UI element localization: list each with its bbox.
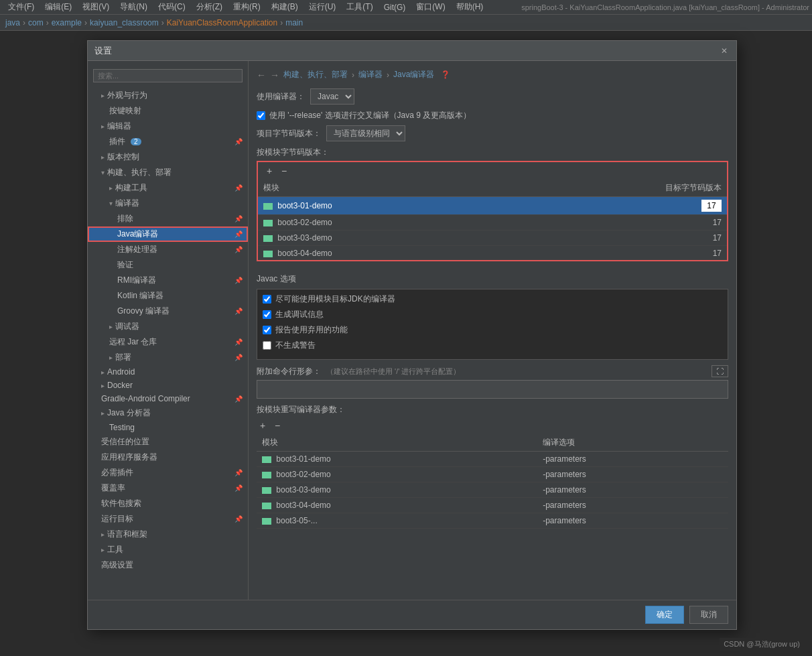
javac-checkbox-3[interactable] [263, 341, 271, 350]
forward-button[interactable]: → [270, 70, 279, 80]
javac-options-area: 尽可能使用模块目标JDK的编译器 生成调试信息 报告使用弃用的功能 不生成警告 [257, 289, 728, 360]
nav-item-groovy[interactable]: Groovy 编译器 📌 [88, 304, 248, 319]
menu-file[interactable]: 文件(F) [3, 0, 40, 14]
nav-item-validation[interactable]: 验证 [88, 257, 248, 273]
close-button[interactable]: ✕ [719, 46, 730, 56]
bc-example[interactable]: example [52, 18, 82, 27]
nav-item-docker[interactable]: Docker [88, 379, 248, 392]
rewrite-options-cell: -parameters [537, 467, 728, 482]
confirm-button[interactable]: 确定 [645, 606, 684, 624]
menu-navigate[interactable]: 导航(N) [115, 0, 153, 14]
bc-classroom[interactable]: kaiyuan_classroom [90, 18, 159, 27]
compiler-select[interactable]: Javac [310, 88, 354, 105]
pin-icon: 📌 [234, 395, 243, 403]
pin-icon: 📌 [234, 215, 243, 222]
table-row[interactable]: boot3-01-demo 17 [258, 197, 727, 215]
nav-item-vcs[interactable]: 版本控制 [88, 149, 248, 165]
arrow-icon [101, 369, 105, 376]
nav-item-rmi[interactable]: RMI编译器 📌 [88, 273, 248, 288]
nav-item-plugins[interactable]: 插件 2 📌 [88, 134, 248, 149]
nav-item-build[interactable]: 构建、执行、部署 [88, 165, 248, 180]
col-module: 模块 [258, 180, 647, 197]
nav-item-appserver[interactable]: 应用程序服务器 [88, 450, 248, 465]
bytecode-select[interactable]: 与语言级别相同 [326, 125, 405, 141]
table-row[interactable]: boot3-03-demo -parameters [257, 482, 728, 498]
table-row[interactable]: boot3-02-demo 17 [258, 215, 727, 231]
rewrite-module-cell: boot3-04-demo [257, 498, 537, 513]
cmd-input-field[interactable] [257, 380, 728, 399]
rewrite-options-cell: -parameters [537, 498, 728, 513]
table-row[interactable]: boot3-01-demo -parameters [257, 452, 728, 467]
add-module-button[interactable]: + [263, 165, 275, 177]
version-cell: 17 [647, 231, 727, 246]
nav-item-gradle-android[interactable]: Gradle-Android Compiler 📌 [88, 392, 248, 405]
bc-com[interactable]: com [28, 18, 44, 27]
menu-build[interactable]: 构建(B) [266, 0, 303, 14]
expand-button[interactable]: ⛶ [712, 365, 728, 377]
menu-code[interactable]: 代码(C) [153, 0, 191, 14]
menu-refactor[interactable]: 重构(R) [228, 0, 266, 14]
nav-item-build-tools[interactable]: 构建工具 📌 [88, 180, 248, 196]
release-checkbox[interactable] [257, 111, 265, 120]
nav-item-annotation[interactable]: 注解处理器 📌 [88, 242, 248, 257]
menu-git[interactable]: Git(G) [379, 0, 411, 14]
bc-main[interactable]: main [285, 18, 303, 27]
menu-tools[interactable]: 工具(T) [341, 0, 378, 14]
menu-view[interactable]: 视图(V) [77, 0, 115, 14]
nav-item-compiler[interactable]: 编译器 [88, 196, 248, 211]
nav-item-advanced[interactable]: 高级设置 [88, 557, 248, 573]
nav-item-tools[interactable]: 工具 [88, 542, 248, 557]
nav-item-testing[interactable]: Testing [88, 421, 248, 434]
menu-edit[interactable]: 编辑(E) [40, 0, 77, 14]
back-button[interactable]: ← [257, 70, 266, 80]
arrow-icon [101, 92, 105, 99]
table-row[interactable]: boot3-05-... -parameters [257, 513, 728, 529]
table-row[interactable]: boot3-04-demo 17 [258, 246, 727, 261]
module-table-scroll[interactable]: 模块 目标字节码版本 boot3-01-demo [258, 180, 727, 260]
nav-item-required-plugins[interactable]: 必需插件 📌 [88, 465, 248, 480]
nav-item-remote-jar[interactable]: 远程 Jar 仓库 📌 [88, 334, 248, 350]
table-row[interactable]: boot3-04-demo -parameters [257, 498, 728, 513]
arrow-icon [101, 153, 105, 161]
menu-analyze[interactable]: 分析(Z) [191, 0, 228, 14]
nav-item-java-analyzer[interactable]: Java 分析器 [88, 405, 248, 421]
javac-checkbox-2[interactable] [263, 326, 271, 334]
nav-item-debugger[interactable]: 调试器 [88, 319, 248, 334]
bytecode-label: 项目字节码版本： [257, 128, 321, 139]
nav-item-appearance[interactable]: 外观与行为 [88, 88, 248, 103]
javac-option-0: 尽可能使用模块目标JDK的编译器 [263, 293, 722, 305]
nav-item-java-compiler[interactable]: Java编译器 📌 [88, 226, 248, 242]
nav-item-pkg-search[interactable]: 软件包搜索 [88, 496, 248, 511]
dialog-title-text: 设置 [94, 45, 112, 57]
arrow-icon [109, 323, 113, 330]
nav-search-input[interactable] [93, 69, 243, 82]
nav-item-lang-framework[interactable]: 语言和框架 [88, 527, 248, 542]
rewrite-table-scroll[interactable]: 模块 编译选项 boot3-01-demo -parameters [257, 434, 728, 592]
menu-run[interactable]: 运行(U) [303, 0, 342, 14]
remove-module-button[interactable]: − [278, 165, 290, 177]
dialog-body: 外观与行为 按键映射 编辑器 插件 2 📌 版本控制 构建、执行、部署 [88, 61, 736, 600]
table-row[interactable]: boot3-02-demo -parameters [257, 467, 728, 482]
remove-rewrite-button[interactable]: − [271, 419, 283, 432]
add-rewrite-button[interactable]: + [257, 419, 269, 432]
nav-item-android[interactable]: Android [88, 365, 248, 379]
javac-checkbox-0[interactable] [263, 295, 271, 304]
javac-checkbox-1[interactable] [263, 310, 271, 319]
nav-item-keymap[interactable]: 按键映射 [88, 103, 248, 119]
bc-app[interactable]: KaiYuanClassRoomApplication [167, 18, 277, 27]
nav-item-editor[interactable]: 编辑器 [88, 119, 248, 134]
nav-item-kotlin[interactable]: Kotlin 编译器 [88, 288, 248, 304]
version-cell: 17 [647, 197, 727, 215]
nav-item-coverage[interactable]: 覆盖率 📌 [88, 480, 248, 496]
nav-item-trusted[interactable]: 受信任的位置 [88, 434, 248, 450]
table-row[interactable]: boot3-03-demo 17 [258, 231, 727, 246]
nav-item-exclude[interactable]: 排除 📌 [88, 211, 248, 226]
nav-item-run-target[interactable]: 运行目标 📌 [88, 511, 248, 527]
pin-icon: 📌 [234, 515, 243, 523]
menu-help[interactable]: 帮助(H) [451, 0, 489, 14]
bc-java[interactable]: java [5, 18, 20, 27]
version-cell: 17 [647, 215, 727, 231]
nav-item-deploy[interactable]: 部署 📌 [88, 350, 248, 365]
menu-window[interactable]: 窗口(W) [411, 0, 450, 14]
cancel-button[interactable]: 取消 [689, 606, 728, 624]
